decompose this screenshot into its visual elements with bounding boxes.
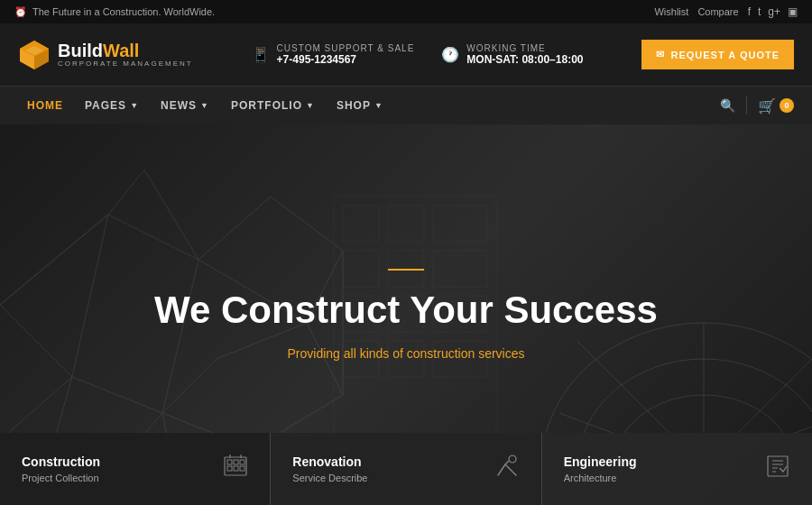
construction-title: Construction: [22, 454, 100, 469]
support-label: CUSTOM SUPPORT & SALE: [277, 43, 415, 53]
svg-line-9: [72, 215, 108, 377]
logo-subtitle: CORPORATE MANAGEMENT: [58, 60, 193, 69]
svg-rect-41: [343, 206, 379, 242]
logo-icon: [18, 39, 51, 71]
chevron-down-icon: ▼: [374, 101, 383, 110]
navbar: HOME PAGES ▼ NEWS ▼ PORTFOLIO ▼ SHOP ▼ 🔍…: [0, 87, 812, 124]
engineering-icon: [765, 454, 790, 484]
clock-header-icon: 🕐: [441, 46, 459, 63]
chevron-down-icon: ▼: [306, 101, 315, 110]
service-card-renovation[interactable]: Renovation Service Describe: [271, 433, 541, 505]
svg-rect-54: [227, 460, 232, 464]
logo[interactable]: BuildWall CORPORATE MANAGEMENT: [18, 39, 193, 71]
service-cards: Construction Project Collection: [0, 433, 812, 505]
construction-text: Construction Project Collection: [22, 454, 100, 483]
facebook-icon[interactable]: f: [748, 5, 751, 18]
renovation-icon: [494, 454, 520, 484]
top-bar-left: ⏰ The Future in a Construction. WorldWid…: [14, 6, 215, 18]
svg-line-63: [505, 461, 509, 464]
service-card-construction[interactable]: Construction Project Collection: [0, 433, 271, 505]
nav-shop[interactable]: SHOP ▼: [328, 87, 392, 124]
nav-news[interactable]: NEWS ▼: [152, 87, 218, 124]
top-bar: ⏰ The Future in a Construction. WorldWid…: [0, 0, 812, 23]
svg-rect-56: [240, 460, 245, 464]
svg-rect-55: [234, 460, 238, 464]
support-info: 📱 CUSTOM SUPPORT & SALE +7-495-1234567: [252, 43, 415, 66]
service-card-engineering[interactable]: Engineering Architecture: [542, 433, 812, 505]
svg-line-62: [498, 464, 505, 475]
support-text: CUSTOM SUPPORT & SALE +7-495-1234567: [277, 43, 415, 66]
svg-line-66: [505, 464, 509, 468]
hours-text: WORKING TIME MON-SAT: 08:00–18:00: [466, 43, 583, 66]
social-icons: f t g+ ▣: [748, 5, 798, 18]
nav-portfolio[interactable]: PORTFOLIO ▼: [222, 87, 324, 124]
hero-subtitle: Providing all kinds of construction serv…: [154, 346, 658, 361]
logo-wall: Wall: [103, 41, 139, 60]
cart-badge: 0: [780, 98, 794, 113]
nav-right: 🔍 🛒 0: [720, 96, 794, 115]
svg-point-64: [509, 455, 516, 463]
renovation-title: Renovation: [292, 454, 367, 469]
svg-line-12: [271, 197, 343, 251]
svg-rect-43: [433, 206, 487, 242]
request-quote-button[interactable]: ✉ REQUEST A QUOTE: [641, 40, 794, 69]
hero-accent-line: [388, 269, 424, 271]
hero-section: We Construct Your Success Providing all …: [0, 124, 812, 505]
construction-subtitle: Project Collection: [22, 473, 100, 483]
construction-icon: [223, 454, 248, 484]
phone-icon: 📱: [252, 46, 270, 63]
compare-link[interactable]: Compare: [697, 6, 738, 17]
engineering-text: Engineering Architecture: [564, 454, 637, 483]
hours-info: 🕐 WORKING TIME MON-SAT: 08:00–18:00: [441, 43, 583, 66]
quote-icon: ✉: [656, 49, 665, 60]
nav-divider: [746, 96, 747, 115]
top-bar-right: Wishlist Compare f t g+ ▣: [654, 5, 798, 18]
engineering-title: Engineering: [564, 454, 637, 469]
nav-pages[interactable]: PAGES ▼: [76, 87, 148, 124]
svg-line-26: [162, 359, 217, 413]
svg-line-6: [0, 305, 72, 377]
nav-items: HOME PAGES ▼ NEWS ▼ PORTFOLIO ▼ SHOP ▼: [18, 87, 392, 124]
google-plus-icon[interactable]: g+: [768, 5, 780, 18]
header-center: 📱 CUSTOM SUPPORT & SALE +7-495-1234567 🕐…: [252, 43, 584, 66]
svg-line-23: [0, 260, 54, 305]
svg-rect-42: [388, 206, 424, 242]
svg-line-8: [72, 377, 162, 413]
support-value: +7-495-1234567: [277, 53, 415, 66]
svg-rect-67: [768, 456, 788, 476]
header: BuildWall CORPORATE MANAGEMENT 📱 CUSTOM …: [0, 23, 812, 87]
hero-title: We Construct Your Success: [154, 289, 658, 332]
nav-home[interactable]: HOME: [18, 87, 72, 124]
svg-rect-58: [234, 466, 238, 471]
hours-value: MON-SAT: 08:00–18:00: [466, 53, 583, 66]
engineering-subtitle: Architecture: [564, 473, 637, 483]
chevron-down-icon: ▼: [130, 101, 139, 110]
svg-line-22: [54, 215, 108, 260]
svg-rect-59: [240, 466, 245, 471]
twitter-icon[interactable]: t: [758, 5, 761, 18]
hours-label: WORKING TIME: [466, 43, 583, 53]
cart-icon: 🛒: [758, 97, 776, 115]
instagram-icon[interactable]: ▣: [788, 5, 798, 18]
tagline: The Future in a Construction. WorldWide.: [32, 6, 215, 17]
svg-line-65: [509, 468, 516, 475]
svg-rect-57: [227, 466, 232, 471]
hero-content: We Construct Your Success Providing all …: [154, 269, 658, 361]
logo-build: Build: [58, 41, 103, 60]
svg-line-19: [0, 377, 72, 440]
cart-button[interactable]: 🛒 0: [758, 97, 794, 115]
renovation-subtitle: Service Describe: [292, 473, 367, 483]
logo-text: BuildWall CORPORATE MANAGEMENT: [58, 41, 193, 69]
search-icon[interactable]: 🔍: [720, 98, 735, 113]
renovation-text: Renovation Service Describe: [292, 454, 367, 483]
request-quote-label: REQUEST A QUOTE: [670, 50, 780, 60]
clock-icon: ⏰: [14, 6, 27, 18]
svg-line-24: [108, 170, 144, 215]
svg-line-11: [198, 197, 271, 260]
wishlist-link[interactable]: Wishlist: [654, 6, 688, 17]
chevron-down-icon: ▼: [200, 101, 209, 110]
